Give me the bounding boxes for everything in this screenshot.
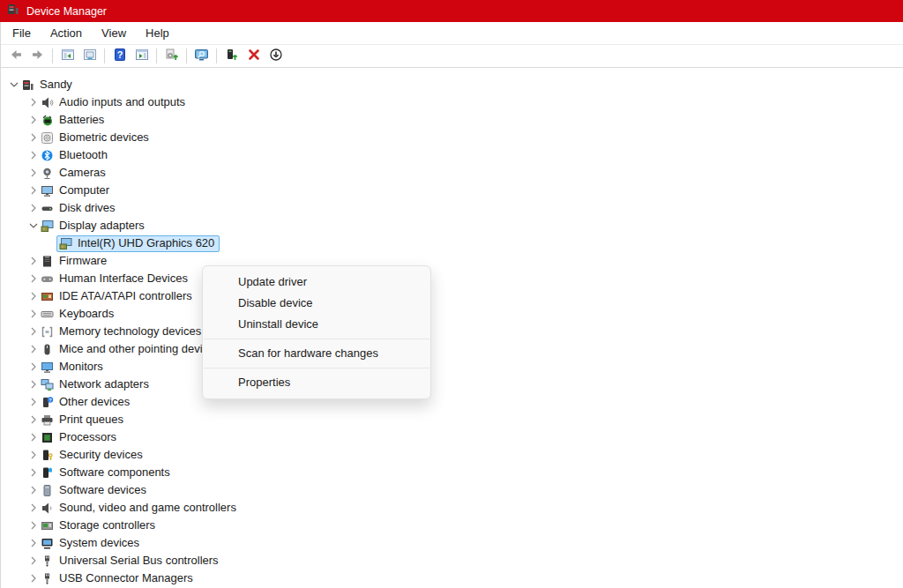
- tree-item-display-adapters[interactable]: Display adapters: [1, 217, 903, 234]
- chevron-right-icon[interactable]: [26, 184, 41, 197]
- memory-icon: [41, 325, 54, 339]
- tree-item-label: Monitors: [59, 358, 103, 376]
- chevron-right-icon[interactable]: [26, 96, 41, 108]
- chevron-right-icon[interactable]: [26, 149, 41, 161]
- back-button[interactable]: [4, 46, 26, 67]
- chevron-right-icon[interactable]: [26, 502, 41, 514]
- chevron-right-icon[interactable]: [26, 114, 41, 126]
- chevron-right-icon[interactable]: [26, 255, 41, 267]
- tree-item-keyboards[interactable]: Keyboards: [1, 305, 903, 323]
- tree-item-usb-connector-managers[interactable]: USB Connector Managers: [1, 569, 903, 587]
- tree-item-computer[interactable]: Computer: [1, 182, 903, 199]
- chevron-right-icon[interactable]: [26, 308, 41, 320]
- chevron-right-icon[interactable]: [26, 484, 41, 496]
- uninstall-device-button[interactable]: [243, 46, 265, 67]
- scan-hardware-changes-button[interactable]: [160, 46, 183, 67]
- tree-item-monitors[interactable]: Monitors: [1, 358, 903, 376]
- tree-item-mice[interactable]: Mice and other pointing devices: [1, 340, 903, 358]
- tree-item-sandy[interactable]: Sandy: [1, 76, 903, 93]
- chevron-right-icon[interactable]: [26, 396, 41, 408]
- tree-item-label: Universal Serial Bus controllers: [59, 552, 219, 569]
- tree-item-label: Firmware: [59, 252, 107, 270]
- tree-item-other-devices[interactable]: ? Other devices: [1, 393, 903, 411]
- tree-item-memory-technology-devices[interactable]: Memory technology devices: [1, 323, 903, 340]
- chevron-right-icon[interactable]: [26, 537, 41, 549]
- selected-item-highlight[interactable]: Intel(R) UHD Graphics 620: [56, 235, 220, 252]
- tree-item-label: Software devices: [59, 481, 146, 499]
- tree-item-security-devices[interactable]: Security devices: [1, 446, 903, 464]
- device-manager-icon: [6, 3, 19, 19]
- search-computer-button[interactable]: [190, 46, 213, 67]
- svg-text:?: ?: [116, 49, 123, 60]
- chevron-right-icon[interactable]: [26, 325, 41, 338]
- tree-item-network-adapters[interactable]: Network adapters: [1, 376, 903, 393]
- chevron-right-icon[interactable]: [26, 449, 41, 461]
- menu-help[interactable]: Help: [136, 24, 179, 42]
- tree-item-ide-controllers[interactable]: IDE ATA/ATAPI controllers: [1, 287, 903, 305]
- disable-device-icon: [269, 48, 283, 65]
- context-menu-item-properties[interactable]: Properties: [203, 372, 430, 393]
- chevron-right-icon[interactable]: [26, 272, 41, 285]
- chevron-right-icon[interactable]: [26, 431, 41, 443]
- chevron-right-icon[interactable]: [26, 343, 41, 355]
- tree-item-bluetooth[interactable]: Bluetooth: [1, 146, 903, 164]
- chevron-right-icon[interactable]: [26, 519, 41, 532]
- context-menu-item-uninstall-device[interactable]: Uninstall device: [203, 314, 430, 335]
- forward-button[interactable]: [26, 46, 49, 67]
- tree-item-usb-controllers[interactable]: Universal Serial Bus controllers: [1, 552, 903, 569]
- network-icon: [41, 378, 54, 391]
- tree-item-audio-inputs[interactable]: Audio inputs and outputs: [1, 93, 903, 111]
- context-menu-item-disable-device[interactable]: Disable device: [203, 293, 430, 314]
- tree-item-label: IDE ATA/ATAPI controllers: [59, 287, 192, 305]
- chevron-right-icon[interactable]: [26, 378, 41, 391]
- tree-item-software-components[interactable]: Software components: [1, 464, 903, 481]
- menu-action[interactable]: Action: [41, 24, 92, 42]
- update-driver-button[interactable]: [220, 46, 243, 67]
- tree-item-intel-uhd-graphics-620[interactable]: Intel(R) UHD Graphics 620: [1, 234, 903, 252]
- chevron-right-icon[interactable]: [26, 167, 41, 179]
- tree-item-label: Biometric devices: [59, 129, 149, 146]
- tree-item-label: Software components: [59, 464, 170, 481]
- mouse-icon: [41, 343, 54, 356]
- tree-item-print-queues[interactable]: Print queues: [1, 411, 903, 428]
- tree-item-sound-video-game[interactable]: Sound, video and game controllers: [1, 499, 903, 517]
- chevron-right-icon[interactable]: [26, 572, 41, 584]
- tree-item-processors[interactable]: Processors: [1, 428, 903, 446]
- chevron-down-icon[interactable]: [26, 220, 41, 232]
- menu-file[interactable]: File: [3, 24, 41, 42]
- context-menu-separator: [204, 339, 429, 339]
- tree-item-label: Batteries: [59, 111, 104, 129]
- tree-item-storage-controllers[interactable]: Storage controllers: [1, 517, 903, 534]
- context-menu-item-scan-hardware-changes[interactable]: Scan for hardware changes: [203, 343, 430, 364]
- tree-item-disk-drives[interactable]: Disk drives: [1, 199, 903, 217]
- properties-window-button[interactable]: [78, 46, 101, 67]
- ide-controller-icon: [41, 290, 54, 303]
- tree-item-cameras[interactable]: Cameras: [1, 164, 903, 182]
- chevron-down-icon[interactable]: [6, 78, 21, 91]
- chevron-right-icon[interactable]: [26, 361, 41, 373]
- chevron-right-icon[interactable]: [26, 290, 41, 302]
- tree-item-batteries[interactable]: Batteries: [1, 111, 903, 129]
- tree-item-firmware[interactable]: Firmware: [1, 252, 903, 270]
- toolbar-separator: [104, 48, 105, 63]
- chevron-right-icon[interactable]: [26, 413, 41, 426]
- usb-icon: [41, 572, 54, 585]
- action-pane-button[interactable]: [131, 46, 153, 67]
- menu-view[interactable]: View: [92, 24, 136, 42]
- chevron-right-icon[interactable]: [26, 466, 41, 479]
- fingerprint-icon: [41, 131, 54, 145]
- tree-item-biometric-devices[interactable]: Biometric devices: [1, 129, 903, 146]
- chevron-right-icon[interactable]: [26, 131, 41, 144]
- context-menu: Update driver Disable device Uninstall d…: [202, 265, 431, 399]
- context-menu-item-update-driver[interactable]: Update driver: [203, 272, 430, 293]
- tree-item-software-devices[interactable]: Software devices: [1, 481, 903, 499]
- tree-item-label: Processors: [59, 428, 116, 446]
- disable-device-button[interactable]: [265, 46, 287, 67]
- chevron-right-icon[interactable]: [26, 202, 41, 214]
- chevron-right-icon[interactable]: [26, 555, 41, 567]
- tree-item-label: Network adapters: [59, 376, 149, 393]
- help-button[interactable]: ?: [108, 46, 131, 67]
- show-console-tree-button[interactable]: [56, 46, 78, 67]
- tree-item-system-devices[interactable]: System devices: [1, 534, 903, 552]
- tree-item-human-interface-devices[interactable]: Human Interface Devices: [1, 270, 903, 287]
